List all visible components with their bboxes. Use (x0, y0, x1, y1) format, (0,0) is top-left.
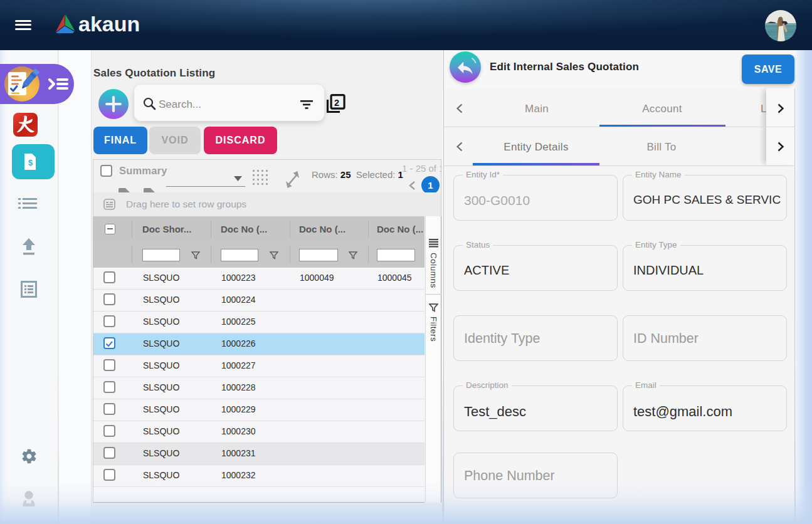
svg-text:2: 2 (334, 98, 339, 108)
svg-text:$: $ (28, 158, 33, 167)
